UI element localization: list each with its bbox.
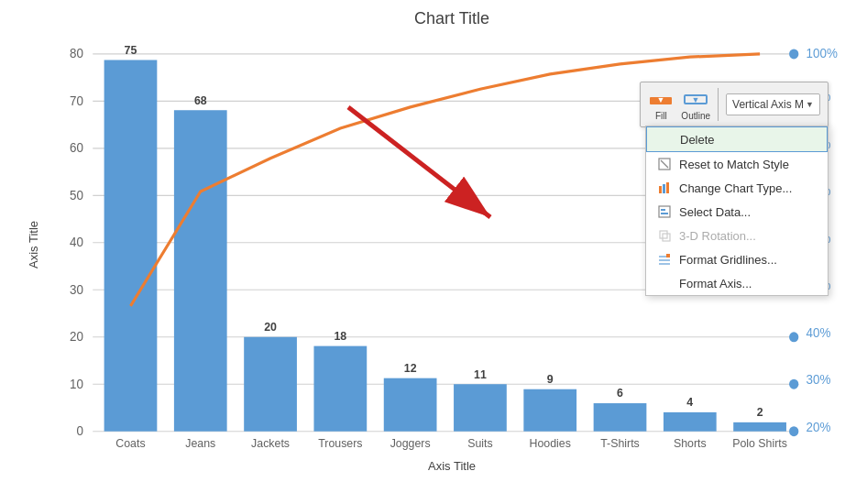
svg-text:18: 18 [334,329,346,343]
svg-text:▼: ▼ [657,95,665,104]
y-axis-title-left: Axis Title [27,221,40,268]
dropdown-arrow-icon: ▼ [806,100,814,109]
svg-rect-74 [659,186,662,193]
svg-point-35 [789,426,798,436]
reset-label: Reset to Match Style [679,158,789,171]
svg-text:Trousers: Trousers [318,436,362,450]
menu-item-format-axis[interactable]: Format Axis... [646,271,828,295]
menu-item-delete[interactable]: Delete [646,126,828,152]
x-axis-title: Axis Title [55,459,849,473]
svg-text:Polo Shirts: Polo Shirts [732,436,787,450]
menu-item-change-chart[interactable]: Change Chart Type... [646,176,828,200]
svg-rect-36 [104,60,158,431]
svg-text:60: 60 [70,140,83,155]
svg-point-27 [789,49,798,59]
delete-label: Delete [680,133,715,147]
svg-rect-77 [659,206,670,217]
axis-dropdown[interactable]: Vertical Axis M ▼ [726,93,820,115]
menu-item-reset[interactable]: Reset to Match Style [646,152,828,176]
fill-icon[interactable]: ▼ [648,89,674,109]
format-gridlines-icon [657,252,672,267]
svg-rect-80 [660,231,667,238]
svg-point-33 [789,332,798,342]
svg-text:▼: ▼ [692,95,700,104]
svg-text:12: 12 [404,361,417,375]
svg-text:2: 2 [757,405,763,419]
select-data-label: Select Data... [679,205,751,219]
svg-text:Shorts: Shorts [674,436,707,450]
format-axis-icon [657,276,672,290]
svg-text:6: 6 [617,386,623,400]
3d-rotation-label: 3-D Rotation... [679,229,756,243]
svg-text:0: 0 [76,423,83,438]
svg-rect-42 [313,346,367,432]
svg-text:40: 40 [70,235,83,249]
menu-item-format-gridlines[interactable]: Format Gridlines... [646,247,828,271]
svg-rect-50 [594,403,647,432]
context-menu: Delete Reset to Match Style [645,126,829,296]
menu-item-select-data[interactable]: Select Data... [646,200,828,224]
svg-text:Suits: Suits [467,436,492,450]
svg-rect-75 [663,184,665,193]
select-data-icon [657,204,672,219]
svg-text:Jeans: Jeans [185,436,215,450]
svg-text:Hoodies: Hoodies [530,436,571,450]
svg-rect-38 [174,110,227,431]
svg-text:Jackets: Jackets [251,436,290,450]
svg-text:20: 20 [264,320,277,334]
svg-text:10: 10 [70,376,83,390]
outline-label: Outline [681,111,710,121]
svg-rect-54 [733,422,786,432]
svg-text:20: 20 [70,329,83,344]
toolbar-separator [718,88,719,121]
svg-text:Joggers: Joggers [390,436,431,450]
svg-rect-79 [661,213,668,214]
svg-text:75: 75 [125,43,137,57]
svg-rect-52 [664,412,717,432]
3d-rotation-icon [657,228,672,243]
menu-item-3d-rotation: 3-D Rotation... [646,224,828,247]
svg-text:30: 30 [70,281,83,296]
svg-text:50: 50 [70,187,83,202]
axis-dropdown-label: Vertical Axis M [732,98,804,111]
svg-rect-78 [661,209,665,211]
svg-rect-40 [244,337,297,432]
svg-line-73 [661,160,668,168]
svg-text:68: 68 [194,93,207,106]
svg-text:Coats: Coats [115,436,145,450]
svg-rect-81 [663,234,670,241]
svg-rect-85 [666,254,670,257]
svg-point-34 [789,379,798,389]
svg-text:T-Shirts: T-Shirts [600,436,640,450]
svg-text:80: 80 [70,46,83,60]
svg-text:20%: 20% [807,419,831,433]
change-chart-label: Change Chart Type... [679,181,792,195]
outline-icon[interactable]: ▼ [683,89,708,109]
change-chart-icon [657,181,672,195]
y-axis-title-right: Axis Title [863,221,867,268]
fill-label: Fill [655,111,667,121]
svg-rect-76 [666,182,669,193]
outline-group: ▼ Outline [681,89,710,121]
svg-rect-46 [454,384,507,431]
delete-icon [658,132,673,147]
svg-rect-44 [384,378,437,432]
svg-text:4: 4 [686,395,694,409]
svg-text:40%: 40% [807,324,831,339]
svg-text:30%: 30% [807,372,831,387]
chart-container: Chart Title Axis Title Axis Title 80 70 … [0,0,867,504]
format-gridlines-label: Format Gridlines... [679,253,777,267]
svg-rect-48 [523,389,576,432]
toolbar-popup: ▼ Fill ▼ Outline Vertical Axis M ▼ [640,82,829,127]
svg-text:9: 9 [547,372,554,386]
chart-title: Chart Title [55,9,849,28]
svg-text:100%: 100% [807,46,838,60]
fill-outline-group: ▼ Fill [648,89,674,121]
svg-text:70: 70 [70,93,83,107]
chart-area: Axis Title Axis Title 80 70 60 50 40 30 … [55,34,849,455]
svg-text:11: 11 [474,367,487,380]
reset-icon [657,157,672,171]
format-axis-label: Format Axis... [679,277,752,290]
